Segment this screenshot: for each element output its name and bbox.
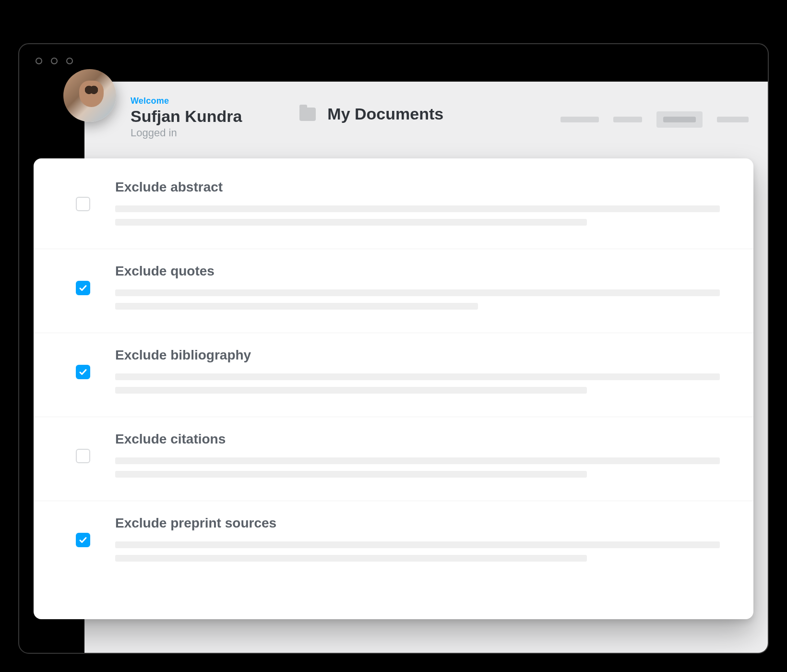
setting-title: Exclude preprint sources — [115, 516, 720, 531]
setting-title: Exclude bibliography — [115, 348, 720, 363]
setting-row: Exclude preprint sources — [34, 501, 753, 585]
description-placeholder — [115, 555, 587, 562]
top-nav — [560, 111, 749, 128]
username: Sufjan Kundra — [131, 107, 242, 126]
window-controls — [36, 58, 73, 64]
checkbox[interactable] — [76, 197, 90, 211]
description-placeholder — [115, 289, 720, 296]
header: Welcome Sufjan Kundra Logged in My Docum… — [84, 82, 768, 139]
description-placeholder — [115, 219, 587, 226]
checkbox[interactable] — [76, 449, 90, 463]
setting-row: Exclude bibliography — [34, 333, 753, 417]
setting-row: Exclude abstract — [34, 165, 753, 249]
setting-body: Exclude citations — [115, 432, 720, 484]
description-placeholder — [115, 205, 720, 212]
nav-item-placeholder[interactable] — [560, 117, 599, 122]
setting-body: Exclude preprint sources — [115, 516, 720, 568]
description-placeholder — [115, 373, 720, 380]
description-placeholder — [115, 471, 587, 478]
page-title: My Documents — [327, 105, 443, 123]
window-dot — [66, 58, 73, 64]
description-placeholder — [115, 541, 720, 548]
folder-icon — [299, 108, 316, 121]
avatar[interactable] — [63, 69, 116, 122]
description-placeholder — [115, 457, 720, 464]
setting-body: Exclude quotes — [115, 264, 720, 316]
setting-row: Exclude quotes — [34, 249, 753, 333]
checkbox[interactable] — [76, 533, 90, 547]
welcome-label: Welcome — [131, 96, 242, 106]
setting-row: Exclude citations — [34, 417, 753, 501]
nav-item-placeholder[interactable] — [717, 117, 749, 122]
description-placeholder — [115, 303, 478, 310]
checkbox[interactable] — [76, 281, 90, 295]
setting-title: Exclude quotes — [115, 264, 720, 279]
nav-item-placeholder[interactable] — [613, 117, 642, 122]
setting-title: Exclude citations — [115, 432, 720, 447]
window-dot — [51, 58, 58, 64]
setting-title: Exclude abstract — [115, 180, 720, 195]
login-status: Logged in — [131, 127, 242, 139]
nav-item-active-placeholder[interactable] — [656, 111, 703, 128]
settings-panel: Exclude abstractExclude quotesExclude bi… — [34, 158, 753, 619]
window-dot — [36, 58, 42, 64]
checkbox[interactable] — [76, 365, 90, 379]
setting-body: Exclude abstract — [115, 180, 720, 232]
user-block: Welcome Sufjan Kundra Logged in — [131, 94, 242, 139]
setting-body: Exclude bibliography — [115, 348, 720, 400]
description-placeholder — [115, 387, 587, 394]
page-title-block: My Documents — [299, 105, 443, 123]
